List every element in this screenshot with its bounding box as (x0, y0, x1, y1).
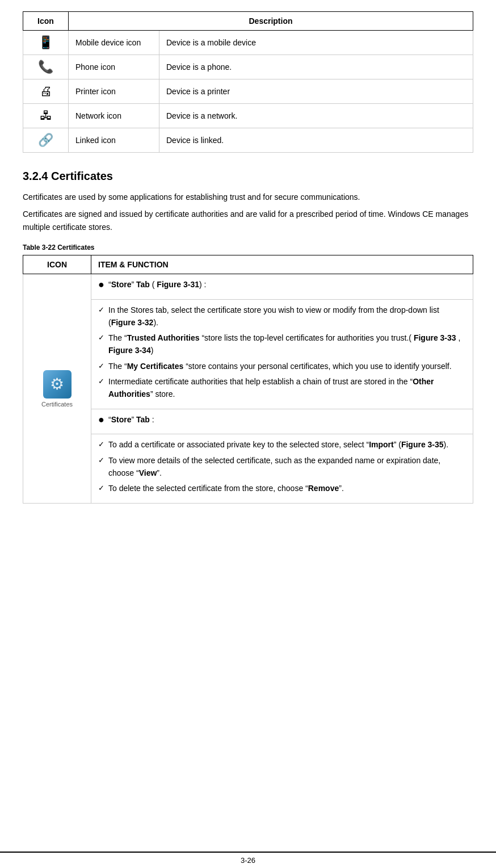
cert-function-cell: ● “Store” Tab ( Figure 3-31) : ✓ In the … (91, 274, 473, 504)
checkmark-icon-1: ✓ (98, 304, 108, 316)
phone-description: Device is a phone. (159, 55, 473, 79)
phone-label: Phone icon (69, 55, 159, 79)
icon-table: Icon Description 📱 Mobile device icon De… (23, 11, 473, 153)
bullet-store-tab-2: ● “Store” Tab : (98, 414, 466, 426)
cert-section-store-tab-1: ● “Store” Tab ( Figure 3-31) : (91, 274, 473, 300)
linked-description: Device is linked. (159, 128, 473, 153)
cert-section-store-tab-2: ● “Store” Tab : (91, 409, 473, 435)
cert-icon-label: Certificates (41, 401, 73, 408)
certificates-icon: Certificates (29, 370, 85, 408)
check-item-2: ✓ The “Trusted Authorities “store lists … (98, 332, 466, 357)
mobile-device-description: Device is a mobile device (159, 31, 473, 55)
checkmark-icon-7: ✓ (98, 483, 108, 494)
check-text-2: The “Trusted Authorities “store lists th… (108, 332, 466, 357)
check-item-4: ✓ Intermediate certificate authorities t… (98, 376, 466, 400)
checkmark-icon-4: ✓ (98, 376, 108, 387)
linked-label: Linked icon (69, 128, 159, 153)
phone-icon-cell: 📞 (23, 55, 69, 79)
check-item-1: ✓ In the Stores tab, select the certific… (98, 304, 466, 329)
checkmark-icon-5: ✓ (98, 439, 108, 450)
table-row: 🔗 Linked icon Device is linked. (23, 128, 473, 153)
bullet-icon-2: ● (98, 414, 108, 426)
section-title: 3.2.4 Certificates (23, 170, 473, 183)
page-footer: 3-26 (0, 852, 496, 868)
checkmark-icon-3: ✓ (98, 360, 108, 372)
check-text-3: The “My Certificates “store contains you… (108, 360, 466, 373)
printer-label: Printer icon (69, 79, 159, 104)
cert-gear-icon (43, 370, 72, 399)
checkmark-icon-6: ✓ (98, 455, 108, 466)
bullet-store-tab-1: ● “Store” Tab ( Figure 3-31) : (98, 279, 466, 291)
check-item-5: ✓ To add a certificate or associated pri… (98, 439, 466, 451)
table-row: 📞 Phone icon Device is a phone. (23, 55, 473, 79)
icon-col-header: Icon (23, 12, 69, 31)
table-row: 📱 Mobile device icon Device is a mobile … (23, 31, 473, 55)
network-description: Device is a network. (159, 104, 473, 128)
page-number: 3-26 (241, 856, 255, 865)
cert-main-row: Certificates ● “Store” Tab ( Figure 3-31… (23, 274, 473, 504)
description-col-header: Description (69, 12, 473, 31)
cert-icon-header: ICON (23, 255, 91, 274)
cert-section-checks-1: ✓ In the Stores tab, select the certific… (91, 300, 473, 409)
check-text-1: In the Stores tab, select the certificat… (108, 304, 466, 329)
network-icon-cell: 🖧 (23, 104, 69, 128)
table-row: 🖧 Network icon Device is a network. (23, 104, 473, 128)
checkmark-icon-2: ✓ (98, 332, 108, 343)
certificates-table: ICON ITEM & FUNCTION Certificates ● (23, 255, 473, 504)
check-text-6: To view more details of the selected cer… (108, 455, 466, 479)
section-body-2: Certificates are signed and issued by ce… (23, 208, 473, 233)
cert-section-checks-2: ✓ To add a certificate or associated pri… (91, 434, 473, 503)
check-text-5: To add a certificate or associated priva… (108, 439, 466, 451)
bullet-icon: ● (98, 279, 108, 291)
cert-function-header: ITEM & FUNCTION (91, 255, 473, 274)
network-label: Network icon (69, 104, 159, 128)
store-tab-1-text: “Store” Tab ( Figure 3-31) : (108, 279, 466, 291)
table-caption: Table 3-22 Certificates (23, 244, 473, 251)
table-row: 🖨 Printer icon Device is a printer (23, 79, 473, 104)
printer-icon-cell: 🖨 (23, 79, 69, 104)
printer-description: Device is a printer (159, 79, 473, 104)
store-tab-2-text: “Store” Tab : (108, 414, 466, 426)
check-item-6: ✓ To view more details of the selected c… (98, 455, 466, 479)
check-text-7: To delete the selected certificate from … (108, 483, 466, 495)
mobile-device-icon-cell: 📱 (23, 31, 69, 55)
check-item-7: ✓ To delete the selected certificate fro… (98, 483, 466, 495)
mobile-device-label: Mobile device icon (69, 31, 159, 55)
check-item-3: ✓ The “My Certificates “store contains y… (98, 360, 466, 373)
cert-icon-cell: Certificates (23, 274, 91, 504)
section-body-1: Certificates are used by some applicatio… (23, 191, 473, 203)
check-text-4: Intermediate certificate authorities tha… (108, 376, 466, 400)
linked-icon-cell: 🔗 (23, 128, 69, 153)
